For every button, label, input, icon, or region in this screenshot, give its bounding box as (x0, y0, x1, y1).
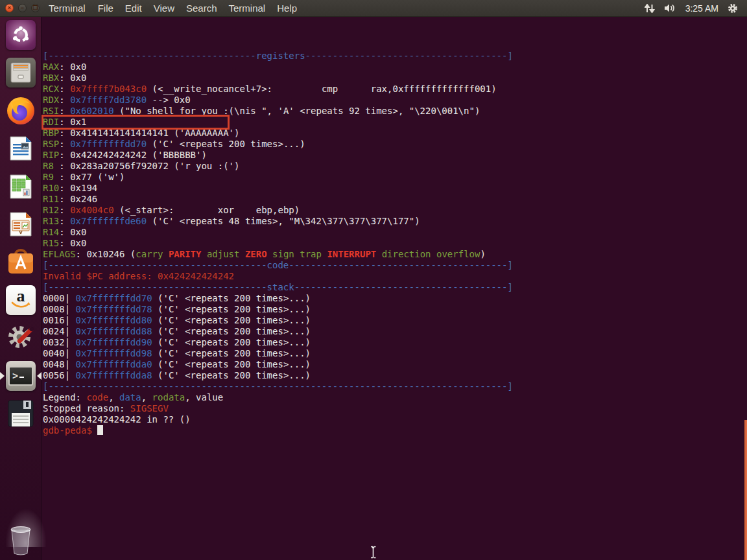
ubuntu-software-icon[interactable] (5, 246, 36, 277)
network-arrows-icon[interactable] (645, 4, 655, 13)
launcher-dock: a > (0, 17, 42, 560)
terminal-line: RAX: 0x0 (43, 62, 747, 73)
terminal-line: 0040| 0x7fffffffdd98 ('C' <repeats 200 t… (43, 348, 747, 359)
terminal-line: RDX: 0x7ffff7dd3780 --> 0x0 (43, 95, 747, 106)
amazon-a-icon: a (6, 285, 36, 315)
terminal-output: [--------------------------------------r… (43, 18, 747, 436)
terminal-line: [---------------------------------------… (43, 381, 747, 392)
terminal-line: R11: 0x246 (43, 194, 747, 205)
terminal-window[interactable]: [--------------------------------------r… (42, 17, 747, 560)
terminal-line: Invalid $PC address: 0x424242424242 (43, 271, 747, 282)
terminal-line: 0024| 0x7fffffffdd88 ('C' <repeats 200 t… (43, 326, 747, 337)
terminal-cursor (97, 425, 103, 435)
window-maximize-button[interactable]: ❐ (31, 4, 40, 12)
terminal-line: 0056| 0x7fffffffdda8 ('C' <repeats 200 t… (43, 370, 747, 381)
impress-document-icon (9, 211, 32, 237)
top-menu-bar: × − ❐ Terminal FileEditViewSearchTermina… (0, 0, 747, 17)
libreoffice-writer-icon[interactable] (5, 133, 36, 164)
menu-item-view[interactable]: View (148, 3, 180, 14)
terminal-scrollbar[interactable] (744, 420, 747, 560)
terminal-line: 0008| 0x7fffffffdd78 ('C' <repeats 200 t… (43, 304, 747, 315)
ubuntu-logo-icon (6, 20, 36, 50)
menu-item-terminal[interactable]: Terminal (223, 3, 272, 14)
gear-wrench-icon (6, 323, 35, 352)
terminal-line: R10: 0x194 (43, 183, 747, 194)
libreoffice-impress-icon[interactable] (5, 209, 36, 240)
terminal-line: RDI: 0x1 (43, 117, 747, 128)
terminal-line: RBP: 0x4141414141414141 ('AAAAAAAA') (43, 128, 747, 139)
trash-bin-shape (8, 525, 34, 556)
terminal-line: gdb-peda$ (43, 425, 747, 436)
terminal-screen-glyph: > (8, 366, 33, 386)
terminal-line: 0000| 0x7fffffffdd70 ('C' <repeats 200 t… (43, 293, 747, 304)
software-briefcase-icon (7, 249, 34, 275)
terminal-line: RSI: 0x602010 ("No shell for you :(\nis … (43, 106, 747, 117)
window-title: Terminal (47, 3, 92, 14)
file-cabinet-icon (6, 58, 36, 88)
terminal-line: 0048| 0x7fffffffdda0 ('C' <repeats 200 t… (43, 359, 747, 370)
terminal-line: RSP: 0x7fffffffdd70 ('C' <repeats 200 ti… (43, 139, 747, 150)
system-settings-icon[interactable] (5, 322, 36, 353)
amazon-icon[interactable]: a (5, 285, 36, 316)
terminal-line: 0032| 0x7fffffffdd90 ('C' <repeats 200 t… (43, 337, 747, 348)
files-icon[interactable] (5, 57, 36, 88)
menu-item-edit[interactable]: Edit (119, 3, 148, 14)
menu-container: FileEditViewSearchTerminalHelp (92, 3, 303, 14)
terminal-line: R14: 0x0 (43, 227, 747, 238)
system-tray: 3:25 AM (645, 3, 747, 14)
terminal-line: [---------------------------------------… (43, 282, 747, 293)
terminal-line: RCX: 0x7ffff7b043c0 (<__write_nocancel+7… (43, 84, 747, 95)
menu-item-file[interactable]: File (92, 3, 119, 14)
terminal-line: EFLAGS: 0x10246 (carry PARITY adjust ZER… (43, 249, 747, 260)
running-indicator-arrow (0, 372, 5, 380)
amazon-letter: a (17, 291, 25, 301)
maximize-icon: ❐ (32, 5, 38, 11)
calc-document-icon (9, 174, 32, 200)
window-minimize-button[interactable]: − (18, 4, 27, 12)
libreoffice-calc-icon[interactable] (5, 171, 36, 202)
terminal-line: Legend: code, data, rodata, value (43, 392, 747, 403)
terminal-line: [---------------------------------------… (43, 260, 747, 271)
terminal-app-icon: > (6, 361, 36, 391)
terminal-line: 0016| 0x7fffffffdd80 ('C' <repeats 200 t… (43, 315, 747, 326)
terminal-line: R9 : 0x77 ('w') (43, 172, 747, 183)
terminal-line: R12: 0x4004c0 (<_start>: xor ebp,ebp) (43, 205, 747, 216)
firefox-globe-icon (6, 96, 36, 126)
volume-icon[interactable] (664, 3, 676, 13)
terminal-icon[interactable]: > (5, 360, 36, 391)
menu-item-help[interactable]: Help (271, 3, 303, 14)
menu-item-search[interactable]: Search (180, 3, 223, 14)
close-icon: × (8, 5, 11, 11)
firefox-icon[interactable] (5, 95, 36, 126)
trash-icon[interactable] (5, 525, 36, 556)
minimize-icon: − (21, 5, 24, 11)
terminal-line: [--------------------------------------r… (43, 51, 747, 62)
terminal-line: 0x0000424242424242 in ?? () (43, 414, 747, 425)
focused-indicator-arrow (37, 372, 42, 380)
terminal-line: Stopped reason: SIGSEGV (43, 403, 747, 414)
terminal-line: RBX: 0x0 (43, 73, 747, 84)
terminal-line: R8 : 0x283a20756f792072 ('r you :(') (43, 161, 747, 172)
floppy-disk-icon[interactable] (5, 398, 36, 429)
floppy-icon-shape (8, 400, 34, 427)
ubuntu-dash-icon[interactable] (5, 19, 36, 51)
terminal-line: R15: 0x0 (43, 238, 747, 249)
writer-document-icon (9, 135, 32, 161)
terminal-line: RIP: 0x424242424242 ('BBBBBB') (43, 150, 747, 161)
window-controls: × − ❐ (0, 4, 47, 12)
window-close-button[interactable]: × (5, 4, 14, 12)
session-gear-icon[interactable] (728, 3, 738, 14)
clock[interactable]: 3:25 AM (685, 3, 718, 14)
terminal-line: R13: 0x7fffffffde60 ('C' <repeats 48 tim… (43, 216, 747, 227)
